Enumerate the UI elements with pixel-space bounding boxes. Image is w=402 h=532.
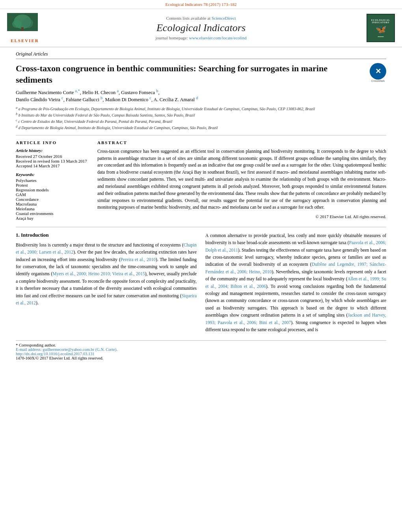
intro-left-text: Biodiversity loss is currently a major t…	[16, 241, 197, 307]
keyword-macrofauna: Macrofauna	[16, 202, 89, 206]
article-type: Original Articles	[16, 51, 386, 59]
article-info-panel: ARTICLE INFO Article history: Received 2…	[16, 140, 89, 221]
copyright-notice: © 2017 Elsevier Ltd. All rights reserved…	[97, 214, 386, 219]
article-title: Cross-taxon congruence in benthic commun…	[16, 63, 364, 85]
issn-line: 1470-160X/© 2017 Elsevier Ltd. All right…	[16, 356, 386, 360]
keyword-meiofauna: Meiofauna	[16, 206, 89, 211]
svg-rect-4	[21, 27, 24, 31]
journal-citation: Ecological Indicators 78 (2017) 173–182	[166, 2, 237, 7]
doi-line: http://dx.doi.org/10.1016/j.ecolind.2017…	[16, 352, 386, 356]
affiliations: a a Programa de Pós-Graduação em Ecologi…	[16, 106, 386, 131]
svg-point-2	[12, 20, 22, 28]
keyword-concordance: Concordance	[16, 197, 89, 202]
keyword-coastal: Coastal environments	[16, 211, 89, 216]
crossmark-logo: ✕ CrossMark	[370, 63, 386, 82]
abstract-heading: ABSTRACT	[97, 140, 386, 145]
keyword-araca: Araçá bay	[16, 216, 89, 221]
intro-right-col: A common alternative to provide practica…	[205, 232, 386, 333]
elsevier-wordmark: ELSEVIER	[7, 38, 43, 43]
ecological-indicators-logo: ECOLOGICAL INDICATORS 🦋 ▬▬▬	[359, 14, 395, 42]
abstract-text: Cross-taxon congruence has been suggeste…	[97, 148, 386, 211]
keyword-protest: Protest	[16, 183, 89, 187]
abstract-panel: ABSTRACT Cross-taxon congruence has been…	[97, 140, 386, 221]
footer-notes: * Corresponding author. E-mail address: …	[16, 340, 386, 360]
article-history: Article history: Received 27 October 201…	[16, 148, 89, 168]
corresponding-note: * Corresponding author.	[16, 343, 386, 347]
article-info-heading: ARTICLE INFO	[16, 140, 89, 145]
intro-heading: 1. Introduction	[16, 232, 197, 238]
svg-point-3	[22, 19, 33, 28]
intro-right-text: A common alternative to provide practica…	[205, 232, 386, 333]
keyword-gam: GAM	[16, 192, 89, 197]
journal-header-center: Contents lists available at ScienceDirec…	[43, 16, 359, 40]
elsevier-logo: ELSEVIER	[7, 13, 43, 43]
keyword-polychaetes: Polychaetes	[16, 178, 89, 183]
keywords-section: Keywords: Polychaetes Protest Regression…	[16, 172, 89, 221]
intro-left-col: 1. Introduction Biodiversity loss is cur…	[16, 232, 197, 333]
journal-title: Ecological Indicators	[43, 22, 359, 34]
journal-homepage: journal homepage: www.elsevier.com/locat…	[43, 35, 359, 40]
email-note: E-mail address: guilhermecorte@yahoo.com…	[16, 347, 386, 352]
contents-list-label: Contents lists available at ScienceDirec…	[43, 16, 359, 20]
keyword-regression: Regression models	[16, 187, 89, 192]
authors-line: Guilherme Nascimento Corte a,*, Helio H.…	[16, 89, 386, 103]
